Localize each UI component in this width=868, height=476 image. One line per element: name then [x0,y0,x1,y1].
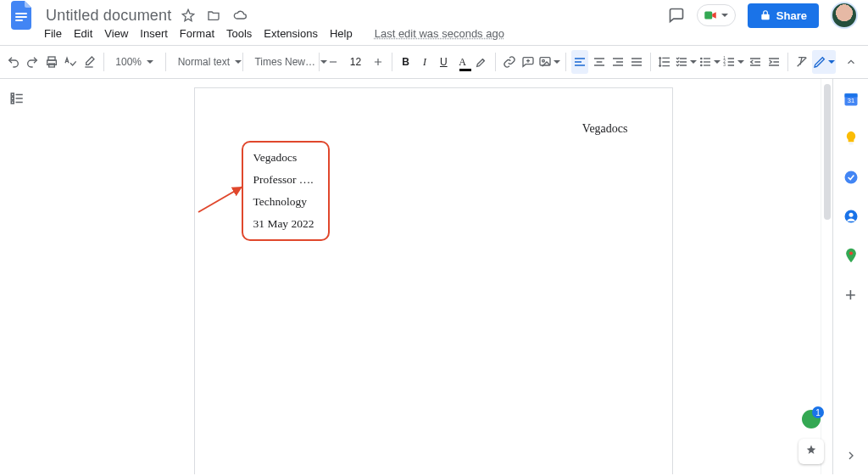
spellcheck-button[interactable] [62,50,79,74]
cloud-status-icon[interactable] [232,8,248,22]
keep-app-icon[interactable] [843,130,860,150]
move-icon[interactable] [207,8,220,22]
svg-rect-25 [849,143,853,145]
underline-button[interactable]: U [435,50,452,74]
numbered-list-button[interactable]: 123 [722,50,744,74]
highlight-button[interactable] [473,50,490,74]
line-spacing-button[interactable] [656,50,673,74]
menu-edit[interactable]: Edit [74,27,92,40]
font-family-select[interactable]: Times New… [248,51,314,73]
svg-point-9 [700,58,703,60]
title-actions [181,8,248,22]
insert-comment-button[interactable] [520,50,537,74]
presence-indicator[interactable]: 1 [802,410,821,428]
star-icon[interactable] [181,8,195,22]
font-size-input[interactable] [344,54,368,70]
checklist-button[interactable] [675,50,697,74]
font-size-increase[interactable] [370,50,387,74]
menu-format[interactable]: Format [180,27,214,40]
svg-point-26 [844,171,857,184]
header-running-name[interactable]: Vegadocs [582,122,628,136]
header-right: Share [668,2,858,29]
style-value: Normal text [178,56,230,68]
tasks-app-icon[interactable] [843,169,860,189]
mla-date[interactable]: 31 May 2022 [253,217,318,231]
bold-button[interactable]: B [398,50,415,74]
document-title[interactable]: Untitled document [42,7,175,25]
align-left-button[interactable] [571,50,588,74]
contacts-app-icon[interactable] [843,208,860,228]
presence-count: 1 [812,406,824,418]
menu-view[interactable]: View [104,27,128,40]
menu-file[interactable]: File [44,27,62,40]
svg-point-10 [700,61,703,64]
editing-mode-button[interactable] [812,50,836,74]
svg-rect-19 [11,98,14,100]
workspace: Vegadocs Vegadocs Professor …. Technolog… [0,79,868,474]
svg-rect-14 [704,64,710,65]
font-value: Times New… [254,56,315,68]
mla-author[interactable]: Vegadocs [253,151,318,165]
titlebar: Untitled document Share [0,0,868,25]
svg-line-21 [198,187,242,212]
text-color-button[interactable]: A [453,50,470,74]
menu-help[interactable]: Help [330,27,353,40]
svg-rect-2 [15,20,23,21]
share-button[interactable]: Share [748,3,819,28]
svg-point-28 [849,213,853,217]
align-right-button[interactable] [609,50,626,74]
toolbar: 100% Normal text Times New… B I U A 123 [0,45,868,79]
mla-heading-box: Vegadocs Professor …. Technology 31 May … [242,141,330,241]
get-addons-button[interactable]: + [845,286,856,305]
menu-tools[interactable]: Tools [226,27,252,40]
account-avatar[interactable] [831,2,858,29]
svg-point-29 [849,251,852,255]
floating-actions: 1 [798,410,824,464]
calendar-app-icon[interactable]: 31 [843,91,860,111]
docs-logo[interactable] [8,0,36,31]
svg-point-11 [700,64,703,67]
indent-increase-button[interactable] [765,50,782,74]
maps-app-icon[interactable] [843,247,860,267]
document-canvas[interactable]: Vegadocs Vegadocs Professor …. Technolog… [34,79,832,474]
zoom-select[interactable]: 100% [108,51,160,73]
bulleted-list-button[interactable] [698,50,721,74]
last-edit-status[interactable]: Last edit was seconds ago [375,27,504,40]
insert-image-button[interactable] [538,50,560,74]
mla-course[interactable]: Technology [253,195,318,209]
outline-toggle-icon[interactable] [9,91,25,474]
menu-insert[interactable]: Insert [140,27,168,40]
mla-instructor[interactable]: Professor …. [253,173,318,187]
italic-button[interactable]: I [416,50,433,74]
svg-point-8 [542,59,545,62]
present-call-button[interactable] [697,4,736,26]
menu-extensions[interactable]: Extensions [264,27,318,40]
zoom-value: 100% [115,56,142,68]
share-label: Share [776,9,807,22]
redo-button[interactable] [24,50,41,74]
align-center-button[interactable] [590,50,607,74]
align-justify-button[interactable] [628,50,645,74]
svg-rect-3 [704,12,712,20]
undo-button[interactable] [5,50,22,74]
paragraph-style-select[interactable]: Normal text [171,51,237,73]
insert-link-button[interactable] [501,50,518,74]
comment-history-icon[interactable] [668,7,685,24]
indent-decrease-button[interactable] [746,50,763,74]
svg-text:31: 31 [847,97,854,104]
font-size-decrease[interactable] [325,50,342,74]
page[interactable]: Vegadocs Vegadocs Professor …. Technolog… [194,87,673,474]
print-button[interactable] [43,50,60,74]
hide-sidepanel-icon[interactable] [844,449,858,466]
svg-text:3: 3 [724,63,726,67]
paint-format-button[interactable] [81,50,97,74]
explore-button[interactable] [798,439,824,464]
clear-formatting-button[interactable] [793,50,810,74]
svg-rect-1 [15,16,27,18]
svg-rect-13 [704,61,710,62]
outline-rail [0,79,34,474]
svg-rect-0 [15,13,27,14]
svg-rect-12 [704,58,710,59]
collapse-toolbar-button[interactable] [839,50,863,74]
svg-rect-20 [11,101,14,104]
